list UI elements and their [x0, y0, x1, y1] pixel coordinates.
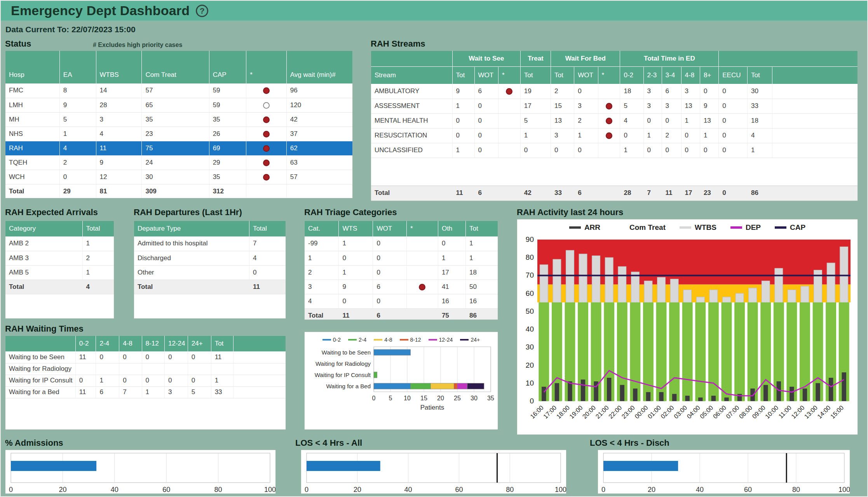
table-cell: 9: [700, 99, 718, 113]
svg-text:23:00: 23:00: [620, 404, 636, 420]
table-cell: 30: [748, 84, 772, 99]
table-cell: 3: [574, 99, 598, 113]
table-cell: [246, 184, 287, 198]
table-cell: 35: [209, 170, 246, 184]
table-cell: 37: [286, 127, 352, 141]
table-row[interactable]: Total2981309312: [5, 184, 352, 198]
svg-text:11:00: 11:00: [777, 404, 793, 420]
table-cell: 0: [520, 143, 551, 158]
expected-arrivals-table: CategoryTotalAMB 21AMB 32AMB 51Total4: [5, 221, 114, 294]
svg-text:20: 20: [648, 486, 655, 494]
table-row: MENTAL HEALTH005132400113018: [371, 113, 858, 128]
status-dot-red: [606, 118, 612, 124]
table-cell: 0: [142, 375, 164, 386]
table-row[interactable]: MH53353542: [5, 112, 352, 127]
los_disch-gauge-svg: 020406080100: [598, 450, 850, 494]
table-cell: [233, 363, 286, 375]
table-row[interactable]: LMH9286559120: [5, 98, 352, 112]
table-cell: 2: [551, 84, 574, 99]
svg-text:40: 40: [526, 325, 534, 333]
svg-text:0: 0: [372, 395, 376, 401]
y-axis: 0102030405060708090: [526, 236, 534, 405]
table-cell: [498, 99, 520, 113]
svg-text:15:00: 15:00: [829, 404, 845, 420]
table-cell: 0: [96, 351, 119, 363]
status-dot-red: [263, 160, 270, 166]
table-row: Admitted to this hospital7: [134, 236, 286, 251]
table-cell: 0: [719, 186, 748, 200]
svg-text:22:00: 22:00: [607, 404, 623, 420]
svg-text:Waiting for Radiology: Waiting for Radiology: [315, 360, 371, 367]
table-cell: TQEH: [5, 155, 59, 170]
table-row: Waiting for IP Consult0100001: [5, 375, 286, 386]
table-cell: 14: [96, 83, 142, 98]
svg-text:0: 0: [601, 486, 605, 494]
svg-text:35: 35: [487, 395, 494, 401]
table-row[interactable]: NHS14232637: [5, 127, 352, 141]
table-cell: 3: [96, 112, 142, 127]
table-cell: RAH: [5, 141, 59, 155]
legend-swatch: [730, 226, 742, 229]
table-cell: 9: [452, 84, 474, 99]
expected-section-title: RAH Expected Arrivals: [5, 207, 98, 217]
table-cell: 1: [82, 236, 114, 251]
table-row-selected[interactable]: RAH411756962: [5, 141, 352, 155]
svg-text:Waiting for a Bed: Waiting for a Bed: [326, 383, 371, 389]
status-dot-red: [263, 116, 270, 123]
x-axis-title: Patients: [420, 404, 444, 411]
waiting-chart-svg: Waiting to be SeenWaiting for RadiologyW…: [305, 344, 497, 415]
table-cell: 6: [474, 186, 498, 200]
table-cell: 120: [286, 98, 352, 112]
table-cell: [233, 375, 286, 386]
table-cell: 17: [520, 99, 551, 113]
legend-swatch: [374, 339, 382, 341]
table-cell: [96, 363, 119, 375]
dep-line: [544, 370, 844, 396]
table-cell: 0: [142, 351, 164, 363]
table-cell: 7: [643, 186, 662, 200]
table-cell: 309: [142, 184, 209, 198]
table-cell: Total: [305, 308, 339, 320]
svg-text:09:00: 09:00: [751, 404, 766, 420]
column-header: 4-8: [681, 66, 700, 84]
legend-label: WTBS: [695, 223, 716, 232]
table-cell: 30: [142, 170, 209, 184]
status-section-title: Status: [5, 39, 31, 49]
table-cell: 6: [574, 186, 598, 200]
table-cell: AMBULATORY: [371, 84, 452, 99]
svg-text:06:00: 06:00: [712, 404, 727, 420]
table-cell: 28: [620, 186, 643, 200]
svg-text:07:00: 07:00: [725, 404, 740, 420]
emergency-dashboard: { "header":{"title":"Emergency Dept Dash…: [0, 0, 868, 497]
table-cell: [498, 113, 520, 128]
table-cell: 0: [719, 143, 748, 158]
column-header: WTS: [339, 221, 373, 236]
svg-text:20: 20: [354, 486, 361, 494]
table-cell: 1: [520, 128, 551, 143]
triage-panel: Cat.WTSWOT*OthTot-9910011001121017183964…: [304, 221, 498, 320]
svg-text:80: 80: [526, 253, 534, 261]
table-row[interactable]: WCH012303557: [5, 170, 352, 184]
table-cell: 1: [82, 265, 114, 280]
status-dot-red: [606, 103, 612, 109]
table-cell: [498, 84, 520, 99]
table-cell: 0: [662, 143, 681, 158]
table-cell: [286, 184, 352, 198]
table-row[interactable]: FMC814575996: [5, 83, 352, 98]
table-cell: 3: [643, 99, 662, 113]
status-dot-red: [263, 174, 270, 181]
svg-text:30: 30: [526, 343, 534, 351]
table-cell: 86: [465, 308, 498, 320]
svg-text:15: 15: [420, 395, 427, 401]
table-row: -991001: [305, 236, 498, 251]
data-current-label: Data Current To: 22/07/2023 15:00: [5, 25, 136, 34]
table-cell: [498, 143, 520, 158]
x-axis: 020406080100: [305, 486, 566, 494]
help-icon[interactable]: ?: [196, 5, 208, 17]
column-header: [5, 336, 75, 351]
table-cell: 86: [748, 186, 772, 200]
table-cell: [598, 186, 620, 200]
table-row[interactable]: TQEH29242963: [5, 155, 352, 170]
legend-swatch: [322, 339, 331, 341]
table-cell: 1: [452, 143, 474, 158]
